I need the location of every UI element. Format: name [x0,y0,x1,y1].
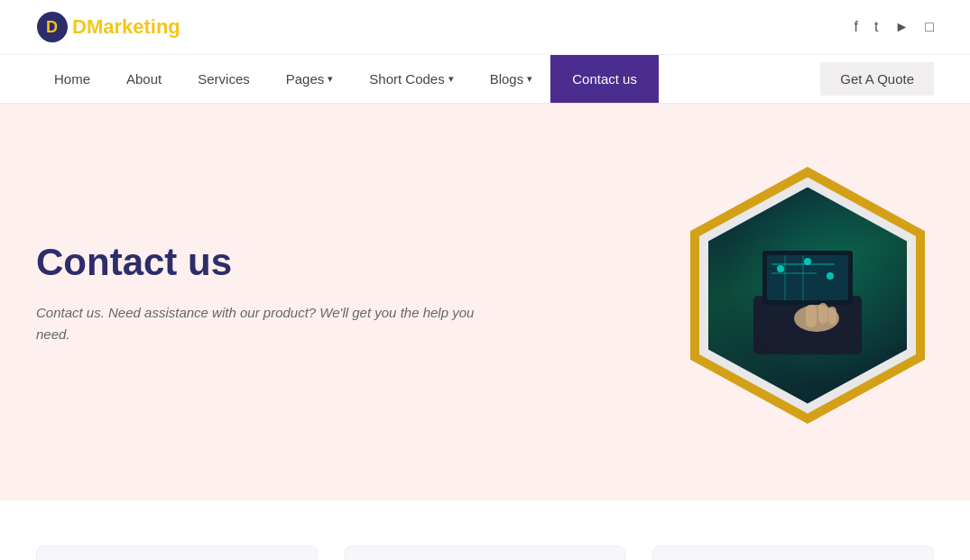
svg-point-10 [804,258,811,265]
nav-items: Home About Services Pages ▾ Short Codes … [36,55,820,103]
nav-item-contact[interactable]: Contact us [550,55,659,103]
nav-item-pages[interactable]: Pages ▾ [268,55,352,103]
hero-section: Contact us Contact us. Need assistance w… [0,104,970,500]
instagram-icon[interactable]: □ [925,19,934,35]
hex-inner-image [708,188,907,404]
blogs-arrow: ▾ [527,73,532,85]
svg-rect-14 [818,303,827,324]
svg-point-11 [827,272,834,280]
hero-text: Contact us Contact us. Need assistance w… [36,241,505,345]
svg-rect-15 [828,307,836,325]
nav-item-blogs[interactable]: Blogs ▾ [472,55,551,103]
social-icons: f t ► □ [855,19,934,35]
youtube-icon[interactable]: ► [894,19,909,35]
hex-white-ring [699,178,916,414]
svg-rect-13 [806,305,817,327]
nav-item-home[interactable]: Home [36,55,108,103]
get-quote-button[interactable]: Get A Quote [820,62,934,96]
facebook-icon[interactable]: f [855,19,858,35]
svg-text:D: D [46,18,58,36]
nav-item-services[interactable]: Services [180,55,268,103]
nav-item-shortcodes[interactable]: Short Codes ▾ [351,55,471,103]
svg-point-9 [777,265,784,272]
cards-row: 📞 Phone +1 999 999 9999 +1 888 888 8888 … [36,546,934,560]
tech-illustration [726,224,889,368]
hex-content [708,188,907,404]
logo-icon: D [36,11,69,43]
pages-arrow: ▾ [328,73,333,85]
phone-card: 📞 Phone +1 999 999 9999 +1 888 888 8888 [36,546,318,560]
address-card: 📍 Address Delanson, New York, 12053 Dela… [652,546,934,560]
hero-image-hexagon [681,158,934,428]
twitter-icon[interactable]: t [874,19,878,35]
hex-outer-ring [690,167,925,424]
logo-text: DMarketing [72,15,180,39]
hero-subtitle: Contact us. Need assistance with our pro… [36,302,505,345]
hero-title: Contact us [36,241,505,284]
navigation: Home About Services Pages ▾ Short Codes … [0,55,970,104]
topbar: D DMarketing f t ► □ [0,0,970,55]
email-card: ✉ Email contact@example.com www.yourwebs… [345,546,626,560]
contact-section: 📞 Phone +1 999 999 9999 +1 888 888 8888 … [0,500,970,560]
nav-item-about[interactable]: About [108,55,180,103]
logo[interactable]: D DMarketing [36,11,180,43]
shortcodes-arrow: ▾ [448,73,454,85]
